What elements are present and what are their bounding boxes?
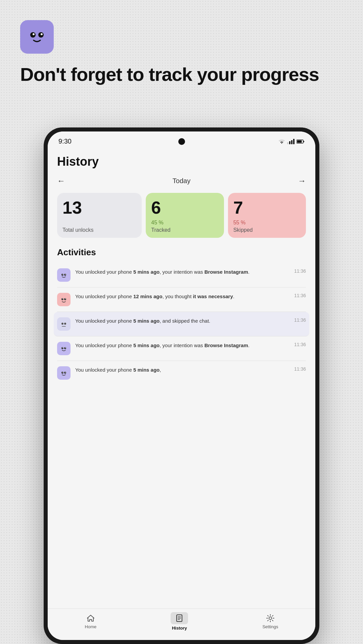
wifi-icon	[278, 139, 285, 144]
next-date-button[interactable]: →	[298, 176, 306, 185]
activity-item: You unlocked your phone 5 mins ago, 11:3…	[57, 361, 306, 385]
svg-point-23	[64, 372, 66, 374]
activity-time: 11:36	[294, 342, 306, 347]
date-nav[interactable]: ← Today →	[57, 176, 306, 185]
tracked-percent: 45 %	[151, 220, 218, 226]
nav-item-history[interactable]: History	[171, 612, 188, 631]
activity-item: You unlocked your phone 12 mins ago, you…	[57, 287, 306, 312]
activity-text: You unlocked your phone 5 mins ago, your…	[75, 268, 289, 275]
avatar	[57, 366, 71, 380]
activity-item: You unlocked your phone 5 mins ago, your…	[57, 263, 306, 287]
svg-point-18	[61, 347, 63, 349]
history-icon-bg	[171, 612, 188, 624]
activity-text: You unlocked your phone 5 mins ago, and …	[75, 317, 289, 324]
svg-point-19	[64, 347, 66, 349]
svg-point-16	[64, 323, 66, 325]
svg-point-20	[62, 347, 63, 348]
avatar	[57, 342, 71, 355]
total-unlocks-number: 13	[62, 199, 136, 216]
prev-date-button[interactable]: ←	[57, 176, 65, 185]
skipped-number: 7	[233, 199, 301, 216]
svg-point-9	[62, 274, 63, 275]
avatar	[57, 317, 71, 331]
svg-point-12	[64, 298, 66, 300]
activity-time: 11:36	[294, 366, 306, 372]
settings-icon	[266, 613, 275, 623]
svg-point-14	[65, 299, 66, 299]
svg-point-3	[41, 33, 43, 35]
tracked-number: 6	[151, 199, 218, 216]
nav-label-home: Home	[85, 624, 97, 629]
skipped-label: Skipped	[233, 227, 301, 233]
battery-icon	[297, 139, 305, 144]
svg-rect-6	[304, 141, 305, 142]
app-icon	[20, 20, 54, 54]
tracked-card: 6 45 % Tracked	[146, 193, 224, 238]
svg-point-2	[33, 33, 35, 35]
nav-label-settings: Settings	[262, 624, 278, 629]
status-bar: 9:30	[48, 131, 315, 148]
total-unlocks-label: Total unlocks	[62, 227, 136, 233]
svg-point-15	[61, 323, 63, 325]
status-icons	[278, 139, 305, 144]
activity-item: You unlocked your phone 5 mins ago, and …	[54, 312, 309, 336]
promo-title: Don't forget to track your progress	[20, 64, 343, 85]
activity-item: You unlocked your phone 5 mins ago, your…	[57, 336, 306, 361]
activities-title: Activities	[57, 247, 306, 258]
activity-time: 11:36	[294, 293, 306, 298]
screen-title: History	[57, 155, 306, 169]
svg-point-30	[269, 617, 272, 620]
svg-point-11	[61, 298, 63, 300]
svg-point-13	[62, 299, 63, 299]
activity-text: You unlocked your phone 5 mins ago,	[75, 366, 289, 373]
skipped-percent: 55 %	[233, 220, 301, 226]
nav-label-history: History	[172, 626, 187, 631]
svg-point-22	[61, 372, 63, 374]
signal-bars	[287, 139, 294, 144]
status-time: 9:30	[58, 138, 72, 145]
stats-row: 13 Total unlocks 6 45 % Tracked 7 55 % S…	[57, 193, 306, 238]
skipped-card: 7 55 % Skipped	[228, 193, 306, 238]
promo-section: Don't forget to track your progress	[20, 20, 343, 85]
svg-point-21	[65, 347, 66, 348]
total-unlocks-card: 13 Total unlocks	[57, 193, 142, 238]
avatar	[57, 268, 71, 282]
activity-list: You unlocked your phone 5 mins ago, your…	[57, 263, 306, 385]
svg-rect-5	[297, 140, 302, 143]
activity-text: You unlocked your phone 12 mins ago, you…	[75, 293, 289, 300]
nav-item-settings[interactable]: Settings	[262, 613, 278, 629]
nav-item-home[interactable]: Home	[85, 613, 97, 629]
svg-point-24	[62, 372, 63, 373]
phone-mockup: 9:30	[44, 127, 319, 644]
tracked-label: Tracked	[151, 227, 218, 233]
home-icon	[86, 613, 95, 623]
activity-time: 11:36	[294, 268, 306, 274]
app-content: History ← Today → 13 Total unlocks 6 45 …	[48, 148, 315, 608]
date-label: Today	[173, 177, 190, 185]
phone-screen: 9:30	[48, 131, 315, 640]
avatar	[57, 293, 71, 306]
svg-point-7	[61, 274, 63, 276]
camera-dot	[178, 138, 185, 145]
svg-point-25	[65, 372, 66, 373]
svg-point-10	[65, 274, 66, 275]
activity-text: You unlocked your phone 5 mins ago, your…	[75, 342, 289, 349]
activity-time: 11:36	[294, 317, 306, 323]
bottom-nav: Home History	[48, 608, 315, 640]
svg-point-8	[64, 274, 66, 276]
